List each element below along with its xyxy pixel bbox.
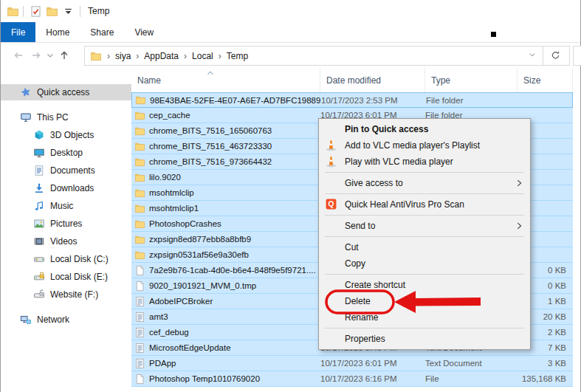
- breadcrumb-segment-local[interactable]: Local: [190, 51, 215, 61]
- tab-file[interactable]: File: [1, 22, 35, 42]
- column-header-name[interactable]: Name: [131, 68, 320, 92]
- file-row[interactable]: Photoshop Temp101076902010/17/2023 6:16 …: [131, 371, 573, 387]
- cube-icon: [33, 129, 45, 141]
- tab-view[interactable]: View: [124, 22, 164, 42]
- address-dropdown-button[interactable]: [523, 47, 543, 65]
- ribbon-collapse-caret[interactable]: [491, 32, 496, 37]
- file-name-cell: msohtmlclip1: [131, 203, 320, 214]
- navigation-pane: Quick accessThis PC3D ObjectsDesktopDocu…: [1, 68, 131, 392]
- sidebar-item-label: Desktop: [50, 148, 83, 158]
- file-name-cell: PDApp: [131, 358, 320, 369]
- sidebar-item-network[interactable]: Network: [1, 312, 131, 328]
- breadcrumb-chevron[interactable]: ›: [180, 51, 190, 61]
- file-name: lilo.9020: [149, 173, 181, 182]
- context-menu-item-create-shortcut[interactable]: Create shortcut: [319, 277, 530, 293]
- context-menu-item-add-to-vlc-media-player-s-playlist[interactable]: Add to VLC media player's Playlist: [319, 137, 530, 154]
- file-name: amt3: [149, 312, 168, 321]
- menu-item-label: Delete: [345, 296, 371, 306]
- tab-share[interactable]: Share: [80, 22, 124, 42]
- column-header-type[interactable]: Type: [425, 68, 518, 92]
- folder-icon: [134, 234, 145, 245]
- titlebar-separator: [80, 6, 80, 17]
- menu-item-label: Properties: [345, 334, 385, 344]
- file-date-modified: 10/17/2023 6:16 PM: [320, 374, 425, 383]
- vlc-cone-icon: [325, 139, 337, 151]
- sidebar-item-videos[interactable]: Videos: [1, 233, 131, 250]
- drive-lock-gray-icon: [33, 289, 45, 300]
- sidebar-item-quick-access[interactable]: Quick access: [1, 84, 131, 100]
- context-menu: Pin to Quick accessAdd to VLC media play…: [318, 118, 531, 350]
- breadcrumb-segment-temp[interactable]: Temp: [225, 51, 250, 61]
- folder-icon: [134, 125, 145, 137]
- recent-locations-button[interactable]: [45, 47, 55, 64]
- address-bar[interactable]: ›siya›AppData›Local›Temp: [84, 46, 543, 66]
- sidebar-item-label: 3D Objects: [50, 130, 94, 140]
- context-menu-item-give-access-to[interactable]: Give access to: [319, 175, 530, 191]
- menu-item-label: Send to: [345, 221, 375, 231]
- search-input[interactable]: [573, 46, 581, 66]
- menu-separator: [325, 172, 524, 173]
- column-header-date-modified[interactable]: Date modified: [320, 68, 425, 92]
- breadcrumb-chevron[interactable]: ›: [103, 51, 114, 61]
- context-menu-item-properties[interactable]: Properties: [319, 331, 530, 347]
- qat-new-folder-button[interactable]: [44, 3, 60, 19]
- menu-separator: [325, 193, 524, 194]
- menu-item-label: Add to VLC media player's Playlist: [345, 140, 480, 151]
- menu-item-label: Copy: [345, 258, 365, 269]
- sidebar-item-label: Quick access: [37, 87, 89, 97]
- file-icon: [134, 265, 145, 276]
- sidebar-item-label: Pictures: [50, 219, 82, 229]
- network-icon: [20, 314, 32, 326]
- chevron-down-icon: [527, 49, 540, 62]
- context-menu-item-send-to[interactable]: Send to: [319, 218, 530, 234]
- back-button[interactable]: [10, 47, 27, 64]
- computer-icon: [20, 111, 32, 123]
- title-bar: Temp: [1, 0, 580, 22]
- file-name: AdobeIPCBroker: [149, 297, 213, 306]
- tab-home[interactable]: Home: [35, 22, 80, 42]
- column-header-size[interactable]: Size: [518, 68, 573, 92]
- file-name-cell: 98E43BAE-52FE-4E07-A6E7-AD7BFC19889D: [132, 94, 321, 106]
- breadcrumb-segment-appdata[interactable]: AppData: [142, 51, 180, 61]
- breadcrumb-chevron[interactable]: ›: [132, 51, 142, 61]
- folder-icon: [134, 188, 145, 199]
- sidebar-item-local-disk-c[interactable]: Local Disk (C:): [1, 251, 131, 267]
- file-row[interactable]: PDApp10/17/2023 6:01 PMText Document3 KB: [131, 356, 573, 371]
- context-menu-item-quick-heal-antivirus-pro-scan[interactable]: QQuick Heal AntiVirus Pro Scan: [319, 196, 530, 213]
- sidebar-item-pictures[interactable]: Pictures: [1, 216, 131, 232]
- sidebar-item-music[interactable]: Music: [1, 198, 131, 214]
- file-name: chrome_BITS_7516_165060763: [149, 126, 272, 135]
- sidebar-item-downloads[interactable]: Downloads: [1, 180, 131, 196]
- menu-separator: [325, 328, 524, 329]
- file-date-modified: 10/17/2023 2:53 PM: [321, 96, 426, 105]
- qat-properties-button[interactable]: [27, 3, 44, 19]
- context-menu-item-delete[interactable]: Delete: [319, 293, 530, 309]
- refresh-button[interactable]: [543, 46, 570, 66]
- context-menu-item-pin-to-quick-access[interactable]: Pin to Quick access: [319, 121, 530, 137]
- context-menu-item-cut[interactable]: Cut: [319, 239, 530, 255]
- sidebar-item-documents[interactable]: Documents: [1, 162, 131, 179]
- navigation-bar: ›siya›AppData›Local›Temp: [1, 43, 580, 68]
- sidebar-item-this-pc[interactable]: This PC: [1, 109, 131, 125]
- context-menu-item-rename[interactable]: Rename: [319, 309, 530, 326]
- sidebar-item-local-disk-e[interactable]: Local Disk (E:): [1, 269, 131, 285]
- context-menu-item-play-with-vlc-media-player[interactable]: Play with VLC media player: [319, 154, 530, 170]
- qat-customize-button[interactable]: [60, 3, 76, 19]
- file-icon: [134, 374, 145, 385]
- sidebar-item-label: Videos: [50, 236, 77, 247]
- file-name: 98E43BAE-52FE-4E07-A6E7-AD7BFC19889D: [150, 96, 321, 105]
- properties-check-icon: [30, 5, 42, 18]
- breadcrumb-segment-siya[interactable]: siya: [114, 51, 132, 61]
- textfile-icon: [134, 327, 145, 338]
- sidebar-item-3d-objects[interactable]: 3D Objects: [1, 127, 131, 143]
- up-button[interactable]: [55, 47, 73, 64]
- sidebar-item-desktop[interactable]: Desktop: [1, 145, 131, 161]
- menu-separator: [325, 236, 524, 237]
- forward-button[interactable]: [27, 47, 45, 64]
- context-menu-item-copy[interactable]: Copy: [319, 255, 530, 272]
- breadcrumb-chevron[interactable]: ›: [215, 51, 225, 61]
- sidebar-item-label: Network: [37, 314, 69, 325]
- file-row[interactable]: 98E43BAE-52FE-4E07-A6E7-AD7BFC19889D10/1…: [131, 92, 573, 108]
- sidebar-item-website-f[interactable]: Website (F:): [1, 286, 131, 303]
- file-name-cell: zxpsign0531af56e9a30efb: [131, 250, 320, 261]
